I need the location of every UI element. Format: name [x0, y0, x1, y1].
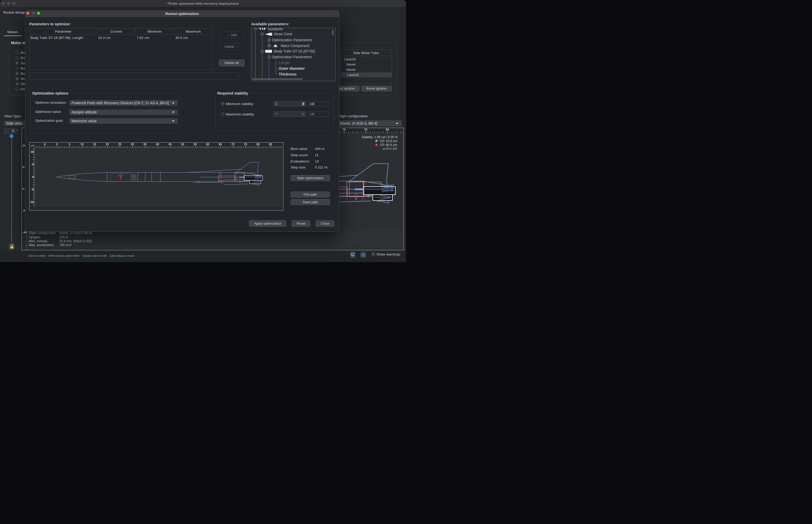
- svg-text:50: 50: [181, 143, 184, 146]
- svg-text:Length: Length: [279, 61, 290, 65]
- svg-text:Outer diameter: Outer diameter: [279, 66, 305, 70]
- svg-text:55: 55: [194, 143, 197, 146]
- svg-text:-5: -5: [31, 188, 34, 191]
- svg-text:5: 5: [69, 143, 70, 146]
- svg-text:75: 75: [364, 128, 367, 131]
- svg-text:-5: -5: [43, 143, 46, 146]
- svg-text:Mass Component: Mass Component: [281, 44, 310, 48]
- svg-text:CP: 60.5 cm: CP: 60.5 cm: [380, 143, 397, 147]
- svg-text:85: 85: [269, 143, 272, 146]
- svg-text:65: 65: [219, 143, 222, 146]
- svg-text:at M=0.300: at M=0.300: [383, 147, 397, 150]
- svg-text:80: 80: [256, 143, 259, 146]
- svg-text:-10: -10: [30, 200, 34, 203]
- svg-text:60: 60: [206, 143, 209, 146]
- svg-text:0: 0: [22, 187, 24, 190]
- svg-text:5: 5: [22, 165, 24, 168]
- svg-text:Optimization Parameters: Optimization Parameters: [272, 38, 312, 42]
- svg-text:35: 35: [143, 143, 146, 146]
- svg-text:70: 70: [231, 143, 234, 146]
- svg-text:-5: -5: [22, 209, 25, 212]
- svg-text:30: 30: [131, 143, 134, 146]
- svg-text:Body Tube ST-18 (BT-56): Body Tube ST-18 (BT-56): [274, 49, 315, 53]
- svg-text:5: 5: [32, 163, 34, 166]
- svg-text:15: 15: [93, 143, 96, 146]
- svg-text:Nose Cone: Nose Cone: [274, 32, 292, 36]
- svg-text:70: 70: [342, 128, 345, 131]
- svg-text:Stability: 1.98 cal / 8.35 %: Stability: 1.98 cal / 8.35 %: [361, 135, 397, 139]
- svg-text:Sustainer: Sustainer: [267, 28, 283, 31]
- svg-text:10: 10: [80, 143, 84, 146]
- svg-text:Thickness: Thickness: [279, 72, 297, 76]
- svg-text:20: 20: [105, 143, 109, 146]
- svg-text:Optimization Parameters: Optimization Parameters: [272, 55, 312, 59]
- svg-text:CG: 53.8 cm: CG: 53.8 cm: [379, 139, 397, 143]
- svg-text:75: 75: [244, 143, 247, 146]
- svg-text:25: 25: [118, 143, 121, 146]
- svg-text:45: 45: [168, 143, 172, 146]
- svg-text:40: 40: [156, 143, 159, 146]
- svg-text:10: 10: [31, 150, 34, 153]
- svg-text:80: 80: [386, 128, 389, 131]
- svg-text:0: 0: [56, 143, 58, 146]
- svg-text:0: 0: [32, 175, 34, 178]
- svg-text:cm: cm: [31, 144, 34, 147]
